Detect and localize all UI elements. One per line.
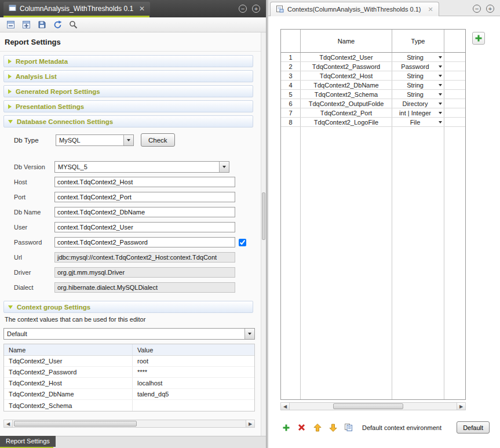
chevron-right-icon — [8, 104, 12, 109]
column-header-empty — [444, 30, 465, 52]
tab-contexts[interactable]: Contexts(ColumnAnalysis_WithThresholds 0… — [270, 2, 439, 16]
minimize-icon[interactable]: − — [473, 5, 481, 13]
contexts-footer: Default context environment Default — [280, 421, 490, 434]
db-version-select[interactable]: MYSQL_5 — [54, 161, 229, 173]
row-number[interactable]: 8 — [281, 118, 301, 126]
default-environment-button[interactable]: Default — [457, 421, 490, 434]
search-icon[interactable] — [68, 20, 78, 30]
remove-variable-icon[interactable] — [296, 422, 307, 433]
environment-label: Default context environment — [362, 424, 441, 431]
scrollbar-thumb[interactable] — [262, 192, 265, 240]
context-type-select[interactable]: Directory — [392, 99, 444, 108]
section-database-connection-settings[interactable]: Database Connection Settings — [3, 115, 253, 128]
table-row[interactable]: TdqContext2_Password **** — [4, 367, 254, 378]
row-number[interactable]: 5 — [281, 90, 301, 99]
dialect-row: Dialect — [14, 282, 266, 293]
context-name-cell[interactable]: TdqContext2_OutputFolde — [301, 99, 392, 108]
horizontal-scrollbar[interactable]: ◀ ▶ — [280, 402, 466, 410]
context-type-select[interactable]: int | Integer — [392, 108, 444, 117]
report-editor-panel: ColumnAnalysis_WithThresholds 0.1 ✕ − + … — [0, 0, 267, 448]
section-analysis-list[interactable]: Analysis List — [3, 70, 253, 82]
add-context-button[interactable] — [472, 32, 485, 45]
context-group-select[interactable]: Default — [3, 328, 255, 340]
chevron-down-icon[interactable] — [219, 162, 229, 172]
context-name-cell[interactable]: TdqContext2_Password — [301, 62, 392, 71]
row-number[interactable]: 7 — [281, 108, 301, 117]
save-icon[interactable] — [37, 20, 47, 30]
password-input[interactable] — [54, 237, 235, 247]
move-up-icon[interactable] — [312, 422, 323, 433]
url-field — [54, 252, 235, 263]
chevron-down-icon — [439, 56, 442, 59]
row-number[interactable]: 2 — [281, 62, 301, 71]
chevron-down-icon — [439, 84, 442, 86]
contexts-table: Name Type 1 TdqContext2_User String 2 Td… — [280, 29, 466, 400]
manage-environments-icon[interactable] — [343, 422, 354, 433]
active-tab-underline — [3, 16, 149, 17]
chevron-right-icon — [8, 59, 12, 64]
tab-report-editor[interactable]: ColumnAnalysis_WithThresholds 0.1 ✕ — [3, 2, 150, 16]
row-number[interactable]: 4 — [281, 81, 301, 89]
context-values-table: Name Value TdqContext2_User root TdqCont… — [3, 344, 255, 411]
table-row[interactable]: TdqContext2_Schema — [4, 400, 254, 411]
context-type-select[interactable]: Password — [392, 62, 444, 71]
vertical-scrollbar[interactable] — [261, 32, 266, 436]
scrollbar-thumb[interactable] — [333, 403, 403, 409]
table-row: 1 TdqContext2_User String — [281, 53, 465, 62]
scroll-left-icon[interactable]: ◀ — [4, 420, 13, 427]
table-row: 2 TdqContext2_Password Password — [281, 62, 465, 71]
table-row: 8 TdqContext2_LogoFile File — [281, 118, 465, 127]
context-type-select[interactable]: File — [392, 118, 444, 126]
refresh-report-icon[interactable] — [52, 20, 63, 30]
scroll-right-icon[interactable]: ▶ — [246, 420, 254, 427]
port-input[interactable] — [54, 192, 235, 202]
maximize-icon[interactable]: + — [486, 5, 494, 13]
close-icon[interactable]: ✕ — [139, 5, 145, 13]
password-context-checkbox[interactable] — [239, 239, 246, 246]
section-context-group-settings[interactable]: Context group Settings — [3, 301, 253, 313]
scroll-left-icon[interactable]: ◀ — [281, 403, 290, 410]
context-name-cell[interactable]: TdqContext2_User — [301, 53, 392, 61]
row-number[interactable]: 6 — [281, 99, 301, 108]
context-name-cell[interactable]: TdqContext2_DbName — [301, 81, 392, 89]
move-down-icon[interactable] — [327, 422, 338, 433]
context-name-cell[interactable]: TdqContext2_Host — [301, 71, 392, 80]
maximize-icon[interactable]: + — [252, 5, 260, 13]
horizontal-scrollbar[interactable]: ◀ ▶ — [3, 420, 255, 428]
driver-field — [54, 267, 235, 278]
row-number[interactable]: 3 — [281, 71, 301, 80]
collapse-all-icon[interactable] — [5, 20, 16, 30]
check-button[interactable]: Check — [141, 133, 175, 147]
chevron-down-icon[interactable] — [123, 135, 133, 145]
contexts-tab-bar: Contexts(ColumnAnalysis_WithThresholds 0… — [268, 0, 500, 16]
section-generated-report-settings[interactable]: Generated Report Settings — [3, 85, 253, 97]
table-row[interactable]: TdqContext2_DbName talend_dq5 — [4, 389, 254, 400]
close-icon[interactable]: ✕ — [428, 6, 433, 13]
chevron-down-icon[interactable] — [244, 329, 254, 339]
context-name-cell[interactable]: TdqContext2_LogoFile — [301, 118, 392, 126]
scroll-right-icon[interactable]: ▶ — [457, 403, 465, 410]
password-row: Password — [14, 237, 266, 247]
table-row[interactable]: TdqContext2_Host localhost — [4, 378, 254, 389]
host-input[interactable] — [54, 177, 235, 187]
table-filler — [281, 127, 465, 399]
context-name-cell[interactable]: TdqContext2_Port — [301, 108, 392, 117]
context-type-select[interactable]: String — [392, 53, 444, 61]
expand-all-icon[interactable] — [21, 20, 31, 30]
section-report-metadata[interactable]: Report Metadata — [3, 55, 253, 67]
scrollbar-thumb[interactable] — [14, 421, 137, 427]
table-row[interactable]: TdqContext2_User root — [4, 356, 254, 367]
table-row: 7 TdqContext2_Port int | Integer — [281, 108, 465, 118]
dbname-input[interactable] — [54, 207, 235, 217]
row-number[interactable]: 1 — [281, 53, 301, 61]
context-name-cell[interactable]: TdqContext2_Schema — [301, 90, 392, 99]
section-presentation-settings[interactable]: Presentation Settings — [3, 100, 253, 112]
db-type-select[interactable]: MySQL — [56, 134, 134, 146]
context-type-select[interactable]: String — [392, 81, 444, 89]
context-type-select[interactable]: String — [392, 90, 444, 99]
user-input[interactable] — [54, 222, 235, 232]
add-variable-icon[interactable] — [280, 422, 291, 433]
minimize-icon[interactable]: − — [239, 5, 247, 13]
tab-report-settings[interactable]: Report Settings — [0, 436, 56, 447]
context-type-select[interactable]: String — [392, 71, 444, 80]
